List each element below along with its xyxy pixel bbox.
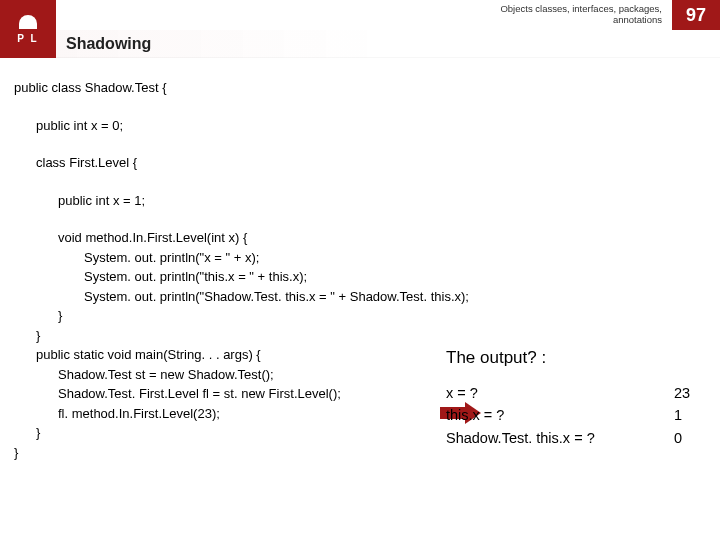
output-answer: 23	[674, 382, 706, 404]
output-row: Shadow.Test. this.x = ? 0	[446, 427, 706, 449]
code-line: System. out. println("x = " + x);	[14, 248, 706, 268]
code-line: System. out. println("this.x = " + this.…	[14, 267, 706, 287]
output-question: Shadow.Test. this.x = ?	[446, 427, 674, 449]
output-answer: 0	[674, 427, 706, 449]
breadcrumb-line2: annotations	[500, 15, 662, 26]
logo-letters: P L	[17, 33, 38, 44]
code-line: class First.Level {	[14, 153, 706, 173]
title-row: Shadowing	[56, 30, 720, 58]
slide-header: P L Objects classes, interfaces, package…	[0, 0, 720, 58]
output-row: x = ? 23	[446, 382, 706, 404]
header-top-strip: Objects classes, interfaces, packages, a…	[56, 0, 720, 30]
code-line: public int x = 0;	[14, 116, 706, 136]
header-content: Objects classes, interfaces, packages, a…	[56, 0, 720, 58]
code-line: void method.In.First.Level(int x) {	[14, 228, 706, 248]
logo-shield-icon	[19, 15, 37, 29]
output-question: x = ?	[446, 382, 674, 404]
output-panel: The output? : x = ? 23 this.x = ? 1 Shad…	[446, 348, 706, 449]
code-line: public int x = 1;	[14, 191, 706, 211]
output-question: this.x = ?	[446, 404, 674, 426]
code-line: public class Shadow.Test {	[14, 78, 706, 98]
page-title: Shadowing	[66, 35, 151, 53]
code-line: }	[14, 306, 706, 326]
code-line: }	[14, 326, 706, 346]
output-title: The output? :	[446, 348, 706, 368]
breadcrumb: Objects classes, interfaces, packages, a…	[500, 4, 672, 26]
output-row: this.x = ? 1	[446, 404, 706, 426]
page-number: 97	[672, 0, 720, 30]
output-answer: 1	[674, 404, 706, 426]
code-line: System. out. println("Shadow.Test. this.…	[14, 287, 706, 307]
university-logo: P L	[0, 0, 56, 58]
